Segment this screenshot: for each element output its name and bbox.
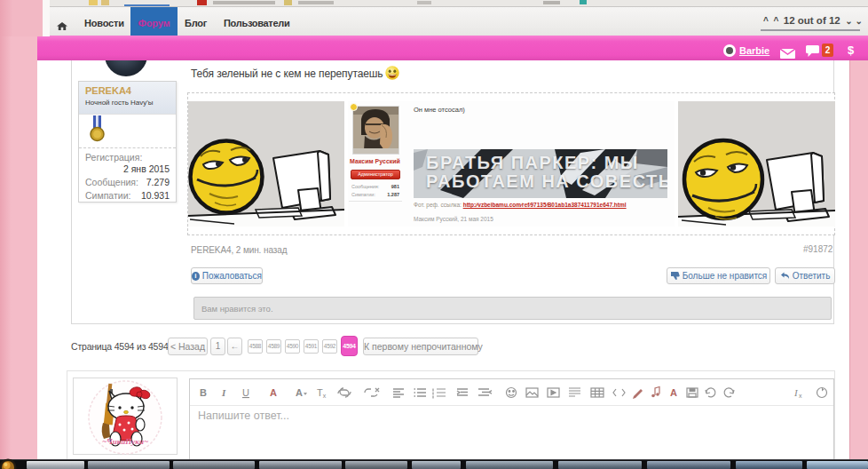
- svg-text:A: A: [270, 387, 277, 398]
- svg-text:x: x: [799, 393, 802, 399]
- svg-text:Tx: Tx: [317, 387, 327, 399]
- svg-text:U: U: [242, 387, 249, 398]
- svg-text:~ЧикиПуки~: ~ЧикиПуки~: [102, 437, 148, 446]
- svg-text:I: I: [221, 387, 226, 398]
- svg-text:A: A: [296, 387, 303, 398]
- svg-text:A: A: [670, 387, 677, 398]
- svg-text:B: B: [200, 387, 207, 398]
